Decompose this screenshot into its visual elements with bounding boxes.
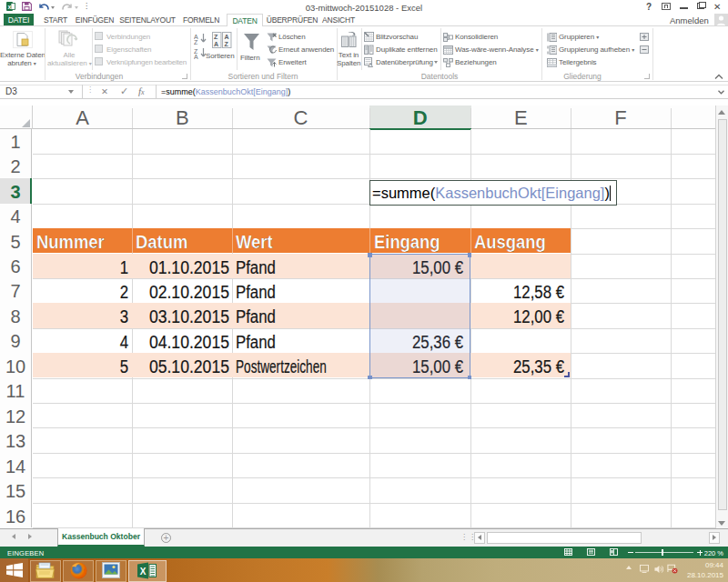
svg-text:X: X: [140, 567, 147, 577]
svg-text:Z: Z: [225, 41, 229, 47]
svg-text:Z: Z: [194, 39, 198, 45]
svg-text:A: A: [194, 54, 198, 59]
svg-text:A: A: [214, 41, 218, 47]
svg-text:!: !: [369, 63, 370, 67]
svg-text:Z: Z: [214, 34, 218, 40]
svg-text:x: x: [8, 4, 12, 10]
svg-text:A: A: [225, 34, 229, 40]
